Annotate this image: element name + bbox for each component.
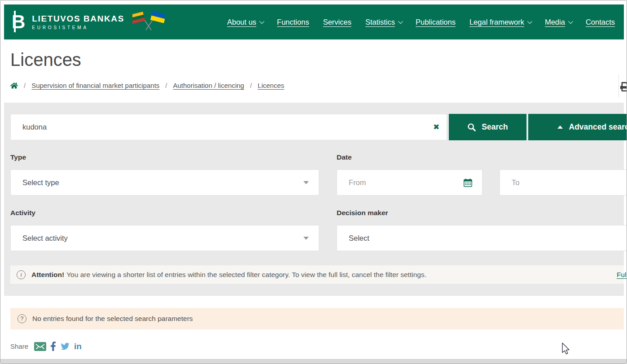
brand-name: LIETUVOS BANKAS — [32, 14, 124, 24]
brand-subtitle: EUROSISTEMA — [32, 25, 124, 30]
nav-publications[interactable]: Publications — [416, 18, 456, 26]
share-facebook-icon[interactable] — [50, 342, 56, 351]
full-list-link[interactable]: Full list — [617, 271, 627, 279]
no-results-notice: ? No entries found for the selected sear… — [10, 308, 624, 329]
share-twitter-icon[interactable] — [60, 342, 70, 351]
nav-services[interactable]: Services — [323, 18, 351, 26]
share-bar: Share in — [10, 342, 82, 351]
nav-media[interactable]: Media — [545, 18, 572, 26]
activity-select[interactable]: Select activity — [10, 225, 319, 251]
date-to-field[interactable] — [500, 169, 627, 195]
browser-viewport: B LIETUVOS BANKAS EUROSISTEMA — [0, 0, 627, 364]
date-from-field[interactable] — [337, 169, 482, 195]
share-linkedin-icon[interactable]: in — [74, 342, 82, 351]
attention-message: You are viewing a shorter list of entrie… — [66, 271, 426, 279]
chevron-down-icon — [303, 237, 309, 240]
clear-search-icon[interactable]: ✖ — [429, 114, 443, 140]
page-title: Licences — [10, 50, 81, 70]
mouse-cursor — [560, 342, 570, 357]
decision-maker-label: Decision maker — [337, 209, 388, 217]
no-results-message: No entries found for the selected search… — [32, 315, 193, 323]
nav-functions[interactable]: Functions — [277, 18, 309, 26]
search-input[interactable] — [10, 114, 447, 140]
attention-banner: i Attention! You are viewing a shorter l… — [10, 265, 624, 284]
activity-label: Activity — [10, 209, 35, 217]
bank-logo[interactable]: B LIETUVOS BANKAS EUROSISTEMA — [4, 11, 165, 33]
advanced-search-button[interactable]: Advanced search — [528, 114, 627, 140]
lithuania-ukraine-flags-icon — [132, 11, 165, 33]
main-nav: About us Functions Services Statistics P… — [227, 18, 624, 26]
calendar-icon[interactable] — [464, 178, 472, 187]
chevron-down-icon — [527, 19, 532, 24]
breadcrumb: / Supervision of financial market partic… — [10, 82, 284, 89]
page-bottom-strip — [0, 359, 627, 364]
type-select[interactable]: Select type — [10, 169, 319, 195]
chevron-down-icon — [303, 181, 309, 184]
share-label: Share — [10, 342, 28, 350]
info-icon: i — [17, 270, 26, 279]
nav-contacts[interactable]: Contacts — [586, 18, 615, 26]
chevron-down-icon — [259, 19, 264, 24]
site-header: B LIETUVOS BANKAS EUROSISTEMA — [4, 4, 624, 39]
attention-title: Attention! — [31, 271, 64, 279]
divider — [618, 75, 619, 97]
chevron-down-icon — [568, 19, 573, 24]
nav-statistics[interactable]: Statistics — [365, 18, 402, 26]
type-label: Type — [10, 153, 26, 161]
search-icon — [467, 123, 476, 132]
chevron-down-icon — [398, 19, 403, 24]
share-email-icon[interactable] — [34, 342, 46, 351]
nav-about-us[interactable]: About us — [227, 18, 263, 26]
breadcrumb-link-licences[interactable]: Licences — [258, 82, 284, 89]
date-from-input[interactable] — [349, 178, 464, 187]
search-button[interactable]: Search — [449, 114, 526, 140]
date-to-input[interactable] — [512, 178, 627, 187]
question-icon: ? — [18, 314, 26, 323]
print-icon[interactable] — [620, 82, 627, 93]
breadcrumb-link-authorisation[interactable]: Authorisation / licencing — [173, 82, 244, 89]
triangle-up-icon — [557, 126, 563, 129]
decision-maker-select[interactable]: Select — [337, 225, 627, 251]
nav-legal-framework[interactable]: Legal framework — [469, 18, 531, 26]
home-icon[interactable] — [10, 82, 18, 89]
date-label: Date — [337, 153, 352, 161]
lb-monogram-icon: B — [10, 13, 26, 31]
breadcrumb-link-supervision[interactable]: Supervision of financial market particip… — [31, 82, 159, 89]
